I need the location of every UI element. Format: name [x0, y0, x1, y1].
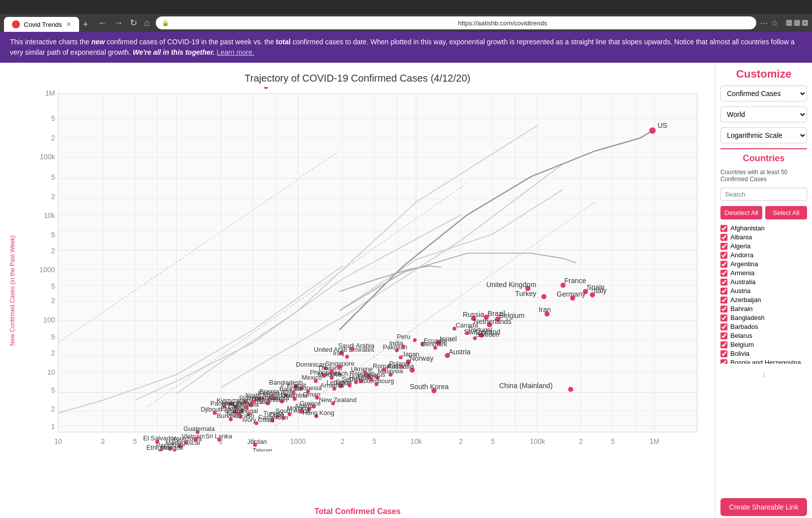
country-checkbox[interactable]: [720, 252, 727, 259]
search-input[interactable]: [720, 188, 807, 201]
svg-text:Sweden: Sweden: [476, 331, 499, 338]
svg-text:Vietnam: Vietnam: [182, 432, 205, 440]
region-select[interactable]: WorldUS States: [720, 106, 807, 122]
close-window-button[interactable]: ✕: [802, 20, 808, 26]
svg-text:Iraq: Iraq: [333, 349, 344, 357]
svg-text:Netherlands: Netherlands: [474, 317, 511, 325]
country-list: AfghanistanAlbaniaAlgeriaAndorraArgentin…: [720, 224, 807, 364]
maximize-button[interactable]: □: [794, 20, 800, 26]
banner-learn-more-link[interactable]: Learn more.: [216, 48, 254, 56]
country-checkbox[interactable]: [720, 350, 727, 357]
country-label: Belarus: [730, 332, 752, 339]
chart-svg-container: 1M 5 2 100k 5 2 10k 5 2 1000 5 2 100 5 2…: [20, 87, 710, 505]
country-checkbox[interactable]: [720, 261, 727, 268]
country-label: Bahrain: [730, 305, 753, 312]
country-checkbox[interactable]: [720, 323, 727, 330]
metric-select[interactable]: Confirmed CasesDeaths: [720, 86, 807, 102]
svg-text:Denmark: Denmark: [421, 340, 448, 348]
bookmark-icon[interactable]: ☆: [771, 18, 778, 28]
svg-point-187: [345, 355, 349, 359]
country-item[interactable]: Argentina: [720, 260, 807, 268]
svg-point-81: [649, 127, 656, 134]
country-checkbox[interactable]: [720, 288, 727, 295]
svg-text:Finland: Finland: [357, 373, 378, 380]
svg-point-279: [264, 87, 268, 89]
svg-text:100k: 100k: [40, 153, 56, 161]
svg-text:Iran: Iran: [539, 306, 551, 313]
country-item[interactable]: Andorra: [720, 251, 807, 259]
new-tab-button[interactable]: +: [79, 17, 93, 32]
svg-point-113: [568, 387, 573, 392]
country-checkbox[interactable]: [720, 297, 727, 304]
svg-text:2: 2: [51, 247, 55, 255]
address-bar[interactable]: 🔒 https://aatishb.com/covidtrends: [156, 16, 756, 29]
svg-text:1M: 1M: [45, 89, 55, 97]
active-tab[interactable]: Covid Trends ✕: [4, 17, 79, 32]
country-label: Bosnia and Herzegovina: [730, 359, 801, 364]
svg-text:2: 2: [51, 134, 55, 142]
country-item[interactable]: Armenia: [720, 269, 807, 277]
extensions-icon[interactable]: ⋯: [760, 18, 768, 28]
svg-text:New Zealand: New Zealand: [319, 396, 357, 404]
country-checkbox[interactable]: [720, 332, 727, 339]
country-checkbox[interactable]: [720, 359, 727, 364]
country-checkbox[interactable]: [720, 279, 727, 286]
tab-close-icon[interactable]: ✕: [66, 21, 71, 28]
svg-text:Jordan: Jordan: [247, 438, 267, 445]
svg-text:2: 2: [459, 437, 463, 445]
svg-text:5: 5: [51, 333, 55, 341]
country-item[interactable]: Bosnia and Herzegovina: [720, 359, 807, 364]
svg-point-89: [541, 294, 546, 299]
country-item[interactable]: Bahrain: [720, 305, 807, 312]
country-checkbox[interactable]: [720, 225, 727, 232]
window-controls-bar: [0, 0, 812, 14]
country-item[interactable]: Belgium: [720, 341, 807, 348]
country-checkbox[interactable]: [720, 306, 727, 312]
svg-text:China (Mainland): China (Mainland): [499, 382, 552, 390]
scale-select[interactable]: Logarithmic ScaleLinear Scale: [720, 127, 807, 143]
lock-icon: 🔒: [162, 19, 454, 26]
svg-text:5: 5: [51, 114, 55, 122]
country-item[interactable]: Bolivia: [720, 350, 807, 357]
main-layout: Trajectory of COVID-19 Confirmed Cases (…: [0, 63, 812, 518]
window-controls: — □ ✕: [786, 20, 808, 26]
country-item[interactable]: Azerbaijan: [720, 296, 807, 304]
country-item[interactable]: Afghanistan: [720, 224, 807, 232]
create-shareable-link-button[interactable]: Create Shareable Link: [720, 498, 807, 516]
country-item[interactable]: Algeria: [720, 242, 807, 250]
country-item[interactable]: Albania: [720, 233, 807, 241]
svg-text:Taiwan: Taiwan: [252, 447, 272, 451]
country-checkbox[interactable]: [720, 314, 727, 321]
country-item[interactable]: Belarus: [720, 332, 807, 339]
svg-text:2: 2: [51, 349, 55, 357]
country-label: Andorra: [730, 251, 753, 259]
svg-text:Turkey: Turkey: [515, 290, 537, 298]
select-all-button[interactable]: Select All: [765, 206, 807, 219]
svg-text:5: 5: [611, 437, 615, 445]
refresh-button[interactable]: ↻: [128, 15, 139, 30]
countries-title: Countries: [720, 148, 807, 164]
sidebar: Customize Confirmed CasesDeaths WorldUS …: [715, 63, 812, 518]
country-item[interactable]: Austria: [720, 287, 807, 295]
country-item[interactable]: Barbados: [720, 323, 807, 330]
svg-text:Sri Lanka: Sri Lanka: [205, 432, 232, 440]
country-checkbox[interactable]: [720, 234, 727, 241]
svg-text:5: 5: [133, 437, 137, 445]
x-axis-label: Total Confirmed Cases: [5, 507, 710, 516]
country-item[interactable]: Australia: [720, 278, 807, 286]
svg-text:5: 5: [51, 386, 55, 394]
forward-button[interactable]: →: [112, 16, 125, 30]
deselect-all-button[interactable]: Deselect All: [720, 206, 762, 219]
country-checkbox[interactable]: [720, 270, 727, 277]
country-item[interactable]: Bangladesh: [720, 314, 807, 321]
country-label: Azerbaijan: [730, 296, 761, 304]
url-text: https://aatishb.com/covidtrends: [458, 19, 751, 27]
country-checkbox[interactable]: [720, 341, 727, 348]
back-button[interactable]: ←: [96, 16, 109, 30]
home-button[interactable]: ⌂: [142, 16, 152, 30]
country-checkbox[interactable]: [720, 243, 727, 250]
svg-text:5: 5: [51, 173, 55, 181]
minimize-button[interactable]: —: [786, 20, 792, 26]
svg-text:India: India: [389, 339, 404, 347]
country-label: Argentina: [730, 260, 758, 268]
